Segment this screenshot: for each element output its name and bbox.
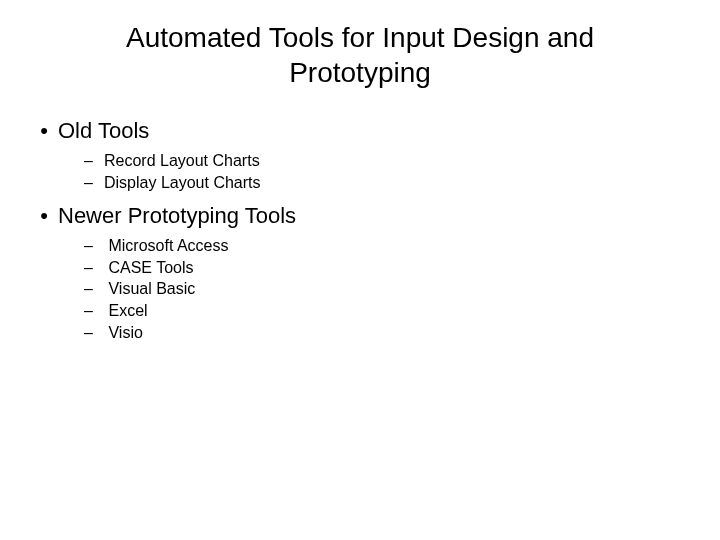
section-heading-text: Newer Prototyping Tools [58,203,296,228]
list-item: – Visual Basic [84,278,720,300]
list-item-text: Microsoft Access [108,237,228,254]
sub-list: – Microsoft Access – CASE Tools – Visual… [84,235,720,343]
sub-list: –Record Layout Charts –Display Layout Ch… [84,150,720,193]
dash-icon: – [84,172,104,194]
list-item-text: Visio [108,324,142,341]
list-item: – Microsoft Access [84,235,720,257]
section-heading: •Old Tools [30,118,720,144]
list-item-text: Record Layout Charts [104,152,260,169]
dash-icon: – [84,300,104,322]
list-item-text: Display Layout Charts [104,174,261,191]
list-item-text: CASE Tools [108,259,193,276]
list-item-text: Visual Basic [108,280,195,297]
bullet-disc-icon: • [30,203,58,229]
bullet-disc-icon: • [30,118,58,144]
dash-icon: – [84,235,104,257]
slide-content: •Old Tools –Record Layout Charts –Displa… [0,118,720,343]
dash-icon: – [84,322,104,344]
dash-icon: – [84,278,104,300]
list-item: – Excel [84,300,720,322]
dash-icon: – [84,257,104,279]
section-heading-text: Old Tools [58,118,149,143]
list-item-text: Excel [108,302,147,319]
list-item: – Visio [84,322,720,344]
list-item: –Display Layout Charts [84,172,720,194]
dash-icon: – [84,150,104,172]
slide-title: Automated Tools for Input Design and Pro… [0,20,720,90]
list-item: –Record Layout Charts [84,150,720,172]
list-item: – CASE Tools [84,257,720,279]
section-heading: •Newer Prototyping Tools [30,203,720,229]
